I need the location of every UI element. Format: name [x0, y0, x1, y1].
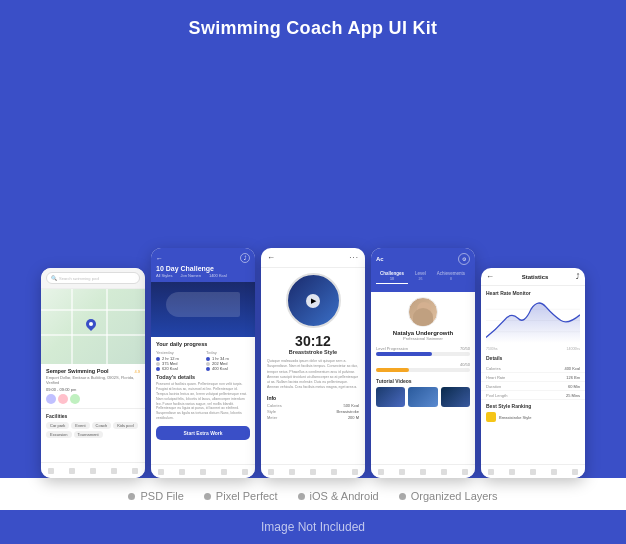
tab-challenges[interactable]: Challenges10: [376, 269, 408, 284]
avatar-3: [70, 394, 80, 404]
tag-event[interactable]: Event: [71, 422, 89, 429]
tutorial-thumb-2[interactable]: [408, 387, 437, 407]
stat-dot: [156, 357, 160, 361]
phone-map: 🔍 Search swimming pool Semper Swimming P…: [41, 268, 145, 478]
ph3-nav-2[interactable]: [289, 469, 295, 475]
ph2-nav-4[interactable]: [221, 469, 227, 475]
ph2-nav-1[interactable]: [158, 469, 164, 475]
tutorial-thumb-3[interactable]: [441, 387, 470, 407]
map-pin: [86, 319, 96, 333]
ph2-nav-3[interactable]: [200, 469, 206, 475]
ph5-nav-2[interactable]: [509, 469, 515, 475]
ph5-nav-3[interactable]: [530, 469, 536, 475]
ph4-nav-4[interactable]: [441, 469, 447, 475]
ph4-nav-1[interactable]: [378, 469, 384, 475]
footer-image-note: Image Not Included: [0, 510, 626, 544]
level-prog-label: Level Progression: [376, 346, 408, 351]
back-icon[interactable]: ←: [156, 255, 163, 262]
badge-dot-psd: [128, 493, 135, 500]
more-options-icon[interactable]: ···: [349, 253, 359, 262]
ph5-nav-1[interactable]: [488, 469, 494, 475]
map-view: [41, 289, 145, 364]
share-icon[interactable]: ⤴: [240, 253, 250, 263]
tab-level[interactable]: Level26: [411, 269, 430, 284]
nav-icon-5[interactable]: [132, 468, 138, 474]
phone-challenge: ← ⤴ 10 Day Challenge All Styles Jon Name…: [151, 248, 255, 478]
ph3-nav-3[interactable]: [310, 469, 316, 475]
tag-kidspool[interactable]: Kids pool: [113, 422, 137, 429]
phone3-bottom-nav: [261, 464, 365, 478]
pool-hours: 09:00 - 09:00 pm: [46, 387, 140, 392]
phone4-bottom-nav: [371, 464, 475, 478]
athlete-avatar: [408, 297, 438, 327]
search-bar[interactable]: 🔍 Search swimming pool: [46, 272, 140, 284]
nav-icon-2[interactable]: [69, 468, 75, 474]
settings-icon[interactable]: ⚙: [458, 253, 470, 265]
tutorial-label: Tutorial Videos: [376, 378, 470, 384]
swimmer-video-thumb[interactable]: ▶: [286, 273, 341, 328]
pool-address: Emport Dollar, Emitaur a Building, 0902S…: [46, 375, 140, 385]
prog-label-row2: 40/50: [376, 362, 470, 367]
swimmer-silhouette: [166, 292, 240, 317]
image-not-included-text: Image Not Included: [261, 520, 365, 534]
days-comparison: Yesterday 2 hr 12 m 375 Med 620 Kcal Tod…: [156, 350, 250, 371]
ph4-nav-3[interactable]: [420, 469, 426, 475]
heart-rate-label: Heart Rate Monitor: [481, 286, 585, 298]
facilities-tags: Car park Event Coach Kids pool Excursion…: [46, 422, 140, 438]
user-avatars: [46, 394, 140, 404]
style-row: Style Breaststroke: [267, 409, 359, 414]
prog-bar-fill-1: [376, 352, 432, 356]
stat-dot-gray2: [206, 362, 210, 366]
play-icon[interactable]: ▶: [306, 294, 320, 308]
calories-val: 1400 Kcal: [209, 273, 227, 278]
yesterday-stat3: 620 Kcal: [156, 366, 200, 371]
stat-dot2: [156, 367, 160, 371]
tab-achievements[interactable]: Achievements8: [433, 269, 469, 284]
best-style-text: Breaststroke Style: [499, 415, 531, 420]
ph2-nav-2[interactable]: [179, 469, 185, 475]
back-arrow-icon[interactable]: ←: [267, 253, 275, 262]
info-section: Info Calories 500 Kcal Style Breaststrok…: [261, 395, 365, 420]
pool-name: Semper Swimming Pool: [46, 368, 109, 374]
chart-labels: 7500hs 14000hs: [481, 347, 585, 351]
phone4-body: Natalya Undergrowth Professional Swimmer…: [371, 292, 475, 412]
ph2-nav-5[interactable]: [242, 469, 248, 475]
level-progression: Level Progression 70/50 40/50: [376, 346, 470, 378]
ph5-share-icon[interactable]: ⤴: [576, 273, 580, 280]
badge-dot-layers: [399, 493, 406, 500]
yesterday-col: Yesterday 2 hr 12 m 375 Med 620 Kcal: [156, 350, 200, 371]
ph5-back-icon[interactable]: ←: [486, 272, 494, 281]
tag-coach[interactable]: Coach: [92, 422, 112, 429]
ph3-nav-1[interactable]: [268, 469, 274, 475]
ph5-nav-4[interactable]: [551, 469, 557, 475]
nav-icon-1[interactable]: [48, 468, 54, 474]
ph5-nav-5[interactable]: [572, 469, 578, 475]
nav-icon-3[interactable]: [90, 468, 96, 474]
pool-rating: 4.9: [134, 369, 140, 374]
phone4-app-name: Ac: [376, 256, 384, 262]
det-calories-val: 400 Kcal: [564, 366, 580, 371]
tag-tournament[interactable]: Tournament: [74, 431, 103, 438]
tag-excursion[interactable]: Excursion: [46, 431, 72, 438]
ph3-nav-4[interactable]: [331, 469, 337, 475]
ph4-nav-5[interactable]: [462, 469, 468, 475]
tag-carpark[interactable]: Car park: [46, 422, 69, 429]
style-key: Style: [267, 409, 276, 414]
heart-rate-chart: [481, 298, 585, 343]
badge-ios-label: iOS & Android: [310, 490, 379, 502]
map-road-v2: [106, 289, 108, 364]
badge-dot-pixel: [204, 493, 211, 500]
today-detail-text: Praesent ut facilisis quam. Pellentesque…: [156, 382, 250, 421]
ph4-nav-2[interactable]: [399, 469, 405, 475]
info-label: Info: [267, 395, 359, 401]
phone-challenges: Ac ⚙ Challenges10 Level26 Achievements8 …: [371, 248, 475, 478]
start-extra-btn[interactable]: Start Extra Work: [156, 426, 250, 440]
details-label: Details: [481, 355, 585, 361]
ph3-nav-5[interactable]: [352, 469, 358, 475]
tutorial-thumb-1[interactable]: [376, 387, 405, 407]
chart-svg: [486, 298, 580, 343]
search-placeholder: Search swimming pool: [59, 276, 99, 281]
challenge-title: 10 Day Challenge: [156, 265, 250, 272]
badge-pixel-label: Pixel Perfect: [216, 490, 278, 502]
nav-icon-4[interactable]: [111, 468, 117, 474]
